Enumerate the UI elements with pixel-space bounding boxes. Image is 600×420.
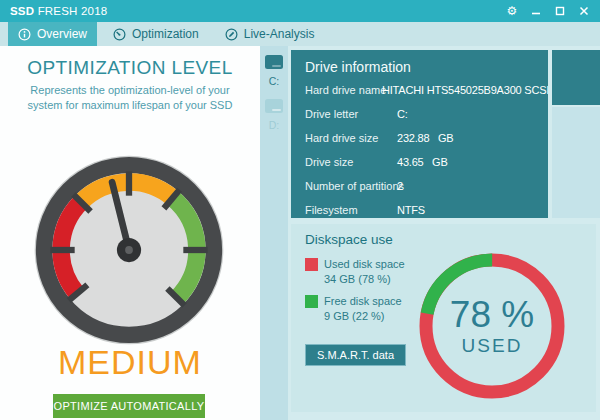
donut-center-text: 78 % USED [419,253,565,399]
drive-info-row: Hard drive name HITACHI HTS545025B9A300 … [291,82,548,98]
legend-free-detail: 9 GB (22 %) [324,310,385,322]
minimize-icon[interactable] [530,5,542,17]
donut-used-label: USED [462,335,523,357]
drive-item-d[interactable]: D: [260,98,288,131]
tab-optimization-label: Optimization [132,27,199,41]
tab-overview[interactable]: Overview [8,22,97,46]
titlebar: SSD FRESH 2018 ⚙ [0,0,600,22]
optimization-level-heading: OPTIMIZATION LEVEL [0,57,260,79]
drive-selector-column: C: D: [260,46,288,420]
app-title-rest: FRESH 2018 [34,5,107,17]
diskspace-donut-chart: 78 % USED [419,253,565,399]
gauge-hub-dot [125,246,133,254]
legend-swatch [305,258,318,271]
drive-item-c[interactable]: C: [260,54,288,87]
hard-drive-icon [264,98,284,114]
optimize-automatically-button[interactable]: OPTIMIZE AUTOMATICALLY [53,394,205,418]
tab-optimization[interactable]: Optimization [103,22,209,46]
pen-analysis-icon [225,28,238,41]
legend-free-label: Free disk space [324,295,402,307]
donut-percent-label: 78 % [450,296,534,334]
app-brand: SSD [10,5,34,17]
legend-used-detail: 34 GB (78 %) [324,273,391,285]
drive-info-row: Drive size 43.65 GB [291,154,548,170]
legend-swatch [305,295,318,308]
diskspace-use-panel: Diskspace use Used disk space 34 GB (78 … [291,224,596,412]
side-block-light [552,107,600,218]
drive-info-row: Number of partitions 2 [291,178,548,194]
smart-data-button[interactable]: S.M.A.R.T. data [305,344,406,366]
legend-item-used: Used disk space 34 GB (78 %) [305,257,405,287]
legend-item-free: Free disk space 9 GB (22 %) [305,294,402,324]
drive-letter-label: C: [260,75,288,87]
window-title: SSD FRESH 2018 [10,5,107,17]
speedometer-icon [113,28,126,41]
window-controls: ⚙ [506,5,590,17]
drive-information-title: Drive information [305,59,411,75]
close-icon[interactable] [578,5,590,17]
tab-live-analysis-label: Live-Analysis [244,27,315,41]
side-block-dark [552,50,600,105]
optimization-gauge [32,153,226,347]
tab-overview-label: Overview [37,27,87,41]
hard-drive-icon [264,54,284,70]
info-icon [18,28,31,41]
tab-live-analysis[interactable]: Live-Analysis [215,22,325,46]
optimization-panel: OPTIMIZATION LEVEL Represents the optimi… [0,46,260,420]
drive-information-panel: Drive information Hard drive name HITACH… [291,50,548,218]
drive-info-row: Filesystem NTFS [291,202,548,218]
tab-bar: Overview Optimization Live-Analysis [0,22,600,46]
legend-used-label: Used disk space [324,258,405,270]
diskspace-use-title: Diskspace use [305,232,393,247]
settings-gear-icon[interactable]: ⚙ [506,5,518,17]
drive-info-row: Drive letter C: [291,106,548,122]
drive-letter-label: D: [260,119,288,131]
maximize-icon[interactable] [554,5,566,17]
drive-info-row: Hard drive size 232.88 GB [291,130,548,146]
optimization-level-subtitle: Represents the optimization-level of you… [0,83,260,113]
optimization-level-value: MEDIUM [0,343,260,382]
